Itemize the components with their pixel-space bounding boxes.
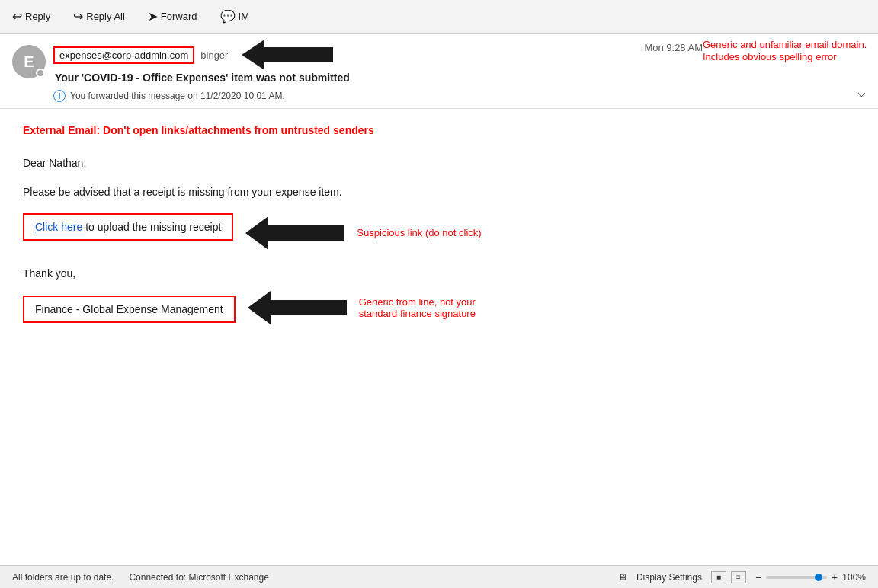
view-icon-1[interactable]: ■ [711,571,726,583]
view-icons: ■ ≡ [711,571,746,583]
zoom-slider[interactable] [766,576,827,579]
reply-icon: ↩ [12,9,22,24]
signature-text: Finance - Global Expense Management [35,303,223,315]
arrow-link [245,216,344,250]
annotation-link: Suspicious link (do not click) [357,227,481,238]
info-icon: i [53,90,66,102]
status-text-2: Connected to: Microsoft Exchange [129,572,268,583]
reply-label: Reply [25,11,50,22]
zoom-control: − + 100% [755,571,866,583]
forward-icon: ➤ [148,9,158,24]
subject-line: Your 'COVID-19 - Office Expenses' item w… [53,72,866,84]
statusbar: All folders are up to date. Connected to… [0,565,878,588]
email-body: External Email: Don't open links/attachm… [0,109,878,340]
link-rest-text: to upload the missing receipt [85,221,221,233]
suspicious-link-box: Click here to upload the missing receipt [23,213,233,241]
reply-button[interactable]: ↩ Reply [8,6,55,27]
forward-label: Forward [161,11,197,22]
view-icon-2[interactable]: ≡ [731,571,746,583]
statusbar-right: 🖥 Display Settings ■ ≡ − + 100% [618,571,866,583]
svg-marker-2 [248,291,347,324]
im-label: IM [239,11,249,22]
svg-marker-1 [245,216,344,250]
thank-you: Thank you, [23,265,855,282]
forward-button[interactable]: ➤ Forward [143,6,202,27]
sender-email: expenses@corp-addmin.com [53,46,194,64]
reply-all-label: Reply All [86,11,125,22]
email-content-area: External Email: Don't open links/attachm… [0,109,878,565]
display-settings-icon: 🖥 [618,572,627,583]
zoom-plus[interactable]: + [832,571,838,583]
annotation-email: Generic and unfamiliar email domain. Inc… [703,39,867,62]
chevron-down-icon[interactable]: ⌵ [857,84,866,101]
click-here-link[interactable]: Click here [35,221,85,233]
email-header: E expenses@corp-addmin.com binger Your '… [0,34,878,109]
avatar: E [12,45,46,78]
sender-name-partial: binger [200,50,228,61]
signature-box: Finance - Global Expense Management [23,296,236,323]
toolbar: ↩ Reply ↪ Reply All ➤ Forward 💬 IM [0,0,878,34]
forwarded-notice: i You forwarded this message on 11/2/202… [12,87,866,105]
status-text-1: All folders are up to date. [12,572,114,583]
arrow-signature [248,291,347,324]
im-icon: 💬 [220,9,236,24]
display-settings-label[interactable]: Display Settings [636,572,702,583]
zoom-level: 100% [842,572,866,583]
avatar-status [36,69,45,78]
reply-all-button[interactable]: ↪ Reply All [69,6,130,27]
annotation-signature: Generic from line, not your standard fin… [359,296,511,319]
greeting: Dear Nathan, [23,155,855,171]
reply-all-icon: ↪ [73,9,83,24]
zoom-minus[interactable]: − [755,571,761,583]
timestamp: Mon 9:28 AM [644,42,703,53]
external-warning: External Email: Don't open links/attachm… [23,124,855,136]
body-paragraph: Please be advised that a receipt is miss… [23,184,855,200]
svg-marker-0 [242,40,333,70]
arrow-email [242,40,333,70]
zoom-thumb [815,574,822,581]
im-button[interactable]: 💬 IM [216,6,254,27]
